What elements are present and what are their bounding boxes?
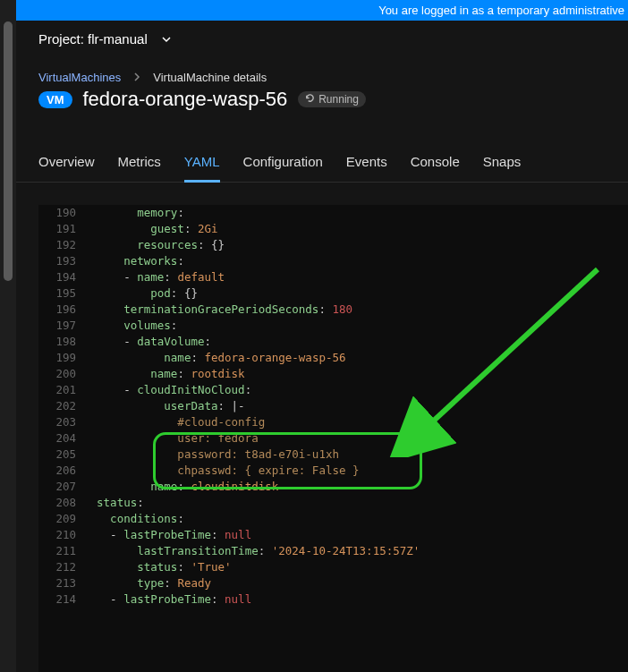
yaml-line: 206 chpasswd: { expire: False } — [38, 463, 628, 479]
line-number: 212 — [38, 559, 83, 575]
breadcrumb-link[interactable]: VirtualMachines — [38, 71, 121, 84]
yaml-line: 197 volumes: — [38, 318, 628, 334]
yaml-code: volumes: — [83, 318, 177, 334]
yaml-code: terminationGracePeriodSeconds: 180 — [83, 302, 352, 318]
tab-yaml[interactable]: YAML — [184, 145, 220, 182]
yaml-line: 203 #cloud-config — [38, 414, 628, 430]
line-number: 204 — [38, 430, 83, 447]
yaml-line: 194 - name: default — [38, 269, 628, 285]
yaml-line: 210 - lastProbeTime: null — [38, 527, 628, 543]
tab-bar: OverviewMetricsYAMLConfigurationEventsCo… — [16, 145, 628, 183]
scrollbar-thumb[interactable] — [4, 21, 13, 281]
yaml-line: 202 userData: |- — [38, 398, 628, 414]
page-title-row: VM fedora-orange-wasp-56 Running — [16, 84, 628, 111]
line-number: 208 — [38, 495, 83, 511]
yaml-code: name: fedora-orange-wasp-56 — [83, 350, 346, 366]
yaml-line: 211 lastTransitionTime: '2024-10-24T13:1… — [38, 543, 628, 559]
line-number: 198 — [38, 334, 83, 350]
tab-configuration[interactable]: Configuration — [243, 145, 323, 182]
yaml-code: - cloudInitNoCloud: — [83, 382, 251, 398]
yaml-code: name: cloudinitdisk — [83, 479, 278, 495]
status-badge[interactable]: Running — [298, 91, 366, 107]
caret-down-icon — [162, 31, 171, 47]
yaml-code: - lastProbeTime: null — [83, 527, 251, 543]
vm-badge: VM — [38, 91, 72, 108]
yaml-line: 200 name: rootdisk — [38, 366, 628, 382]
line-number: 209 — [38, 511, 83, 527]
yaml-code: password: t8ad-e70i-u1xh — [83, 447, 339, 463]
project-selector[interactable]: Project: flr-manual — [16, 21, 628, 56]
tab-console[interactable]: Console — [411, 145, 460, 182]
line-number: 196 — [38, 302, 83, 318]
tab-overview[interactable]: Overview — [38, 145, 95, 182]
yaml-code: networks: — [83, 253, 184, 269]
yaml-line: 209 conditions: — [38, 511, 628, 527]
yaml-code: chpasswd: { expire: False } — [83, 463, 360, 479]
line-number: 197 — [38, 318, 83, 334]
yaml-line: 191 guest: 2Gi — [38, 221, 628, 237]
line-number: 213 — [38, 575, 83, 591]
yaml-line: 198 - dataVolume: — [38, 334, 628, 350]
yaml-code: conditions: — [83, 511, 184, 527]
scrollbar-track[interactable] — [0, 0, 16, 672]
line-number: 193 — [38, 253, 83, 269]
yaml-line: 204 user: fedora — [38, 430, 628, 447]
yaml-code: - dataVolume: — [83, 334, 211, 350]
vm-name: fedora-orange-wasp-56 — [83, 88, 288, 111]
yaml-line: 199 name: fedora-orange-wasp-56 — [38, 350, 628, 366]
yaml-line: 196 terminationGracePeriodSeconds: 180 — [38, 302, 628, 318]
yaml-code: - lastProbeTime: null — [83, 591, 251, 608]
yaml-line: 214 - lastProbeTime: null — [38, 591, 628, 608]
yaml-code: user: fedora — [83, 430, 259, 447]
refresh-icon — [305, 93, 315, 106]
yaml-line: 207 name: cloudinitdisk — [38, 479, 628, 495]
yaml-code: memory: — [83, 205, 184, 221]
line-number: 192 — [38, 237, 83, 253]
line-number: 195 — [38, 285, 83, 302]
line-number: 211 — [38, 543, 83, 559]
yaml-editor[interactable]: 190 memory:191 guest: 2Gi192 resources: … — [16, 183, 628, 672]
line-number: 190 — [38, 205, 83, 221]
tab-events[interactable]: Events — [346, 145, 387, 182]
yaml-code: pod: {} — [83, 285, 198, 302]
line-number: 199 — [38, 350, 83, 366]
line-number: 206 — [38, 463, 83, 479]
line-number: 207 — [38, 479, 83, 495]
yaml-line: 201 - cloudInitNoCloud: — [38, 382, 628, 398]
line-number: 210 — [38, 527, 83, 543]
yaml-code: name: rootdisk — [83, 366, 245, 382]
line-number: 191 — [38, 221, 83, 237]
tab-metrics[interactable]: Metrics — [118, 145, 161, 182]
yaml-code: status: — [83, 495, 144, 511]
line-number: 205 — [38, 447, 83, 463]
status-text: Running — [318, 93, 359, 106]
yaml-code: lastTransitionTime: '2024-10-24T13:15:57… — [83, 543, 420, 559]
yaml-code: resources: {} — [83, 237, 225, 253]
yaml-line: 213 type: Ready — [38, 575, 628, 591]
breadcrumb: VirtualMachines VirtualMachine details — [16, 71, 628, 84]
line-number: 200 — [38, 366, 83, 382]
admin-banner: You are logged in as a temporary adminis… — [4, 0, 628, 21]
yaml-code: guest: 2Gi — [83, 221, 218, 237]
tab-snaps[interactable]: Snaps — [483, 145, 522, 182]
line-number: 202 — [38, 398, 83, 414]
yaml-code: userData: |- — [83, 398, 245, 414]
line-number: 214 — [38, 591, 83, 608]
line-number: 203 — [38, 414, 83, 430]
admin-banner-text: You are logged in as a temporary adminis… — [378, 4, 624, 17]
yaml-code: #cloud-config — [83, 414, 265, 430]
breadcrumb-current: VirtualMachine details — [153, 71, 267, 84]
yaml-line: 212 status: 'True' — [38, 559, 628, 575]
yaml-line: 195 pod: {} — [38, 285, 628, 302]
yaml-line: 192 resources: {} — [38, 237, 628, 253]
yaml-code: type: Ready — [83, 575, 211, 591]
line-number: 194 — [38, 269, 83, 285]
project-name: flr-manual — [88, 31, 148, 47]
chevron-right-icon — [133, 71, 140, 84]
yaml-line: 193 networks: — [38, 253, 628, 269]
yaml-code: - name: default — [83, 269, 225, 285]
yaml-line: 208 status: — [38, 495, 628, 511]
yaml-code: status: 'True' — [83, 559, 232, 575]
yaml-line: 190 memory: — [38, 205, 628, 221]
project-label: Project: — [38, 31, 84, 47]
